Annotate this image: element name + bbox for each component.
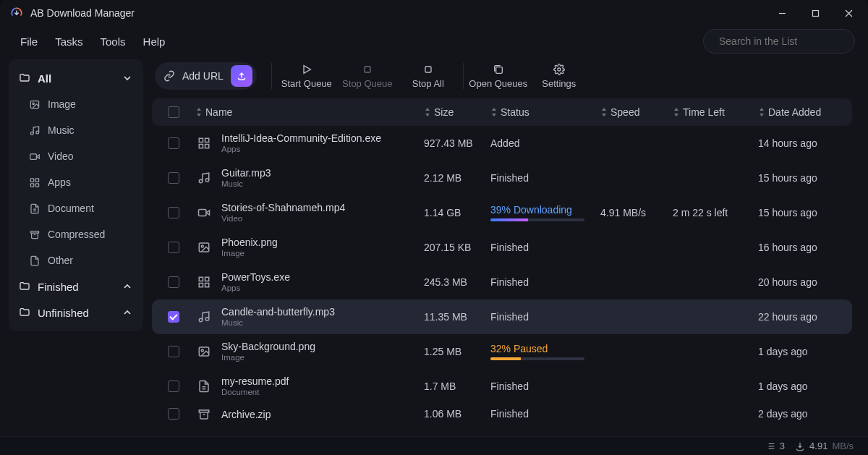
row-checkbox[interactable] — [168, 207, 179, 218]
table-row[interactable]: Guitar.mp3Music 2.12 MB Finished 15 hour… — [152, 161, 852, 195]
menu-tasks[interactable]: Tasks — [48, 33, 90, 51]
svg-rect-6 — [30, 153, 37, 159]
search-box[interactable] — [703, 29, 855, 54]
app-title: AB Download Manager — [30, 7, 135, 19]
sidebar-item-document[interactable]: Document — [9, 195, 143, 221]
app-logo-icon — [10, 7, 23, 20]
sidebar-label: Video — [48, 150, 74, 162]
table-header: Name Size Status Speed Time Left Date Ad… — [152, 98, 852, 126]
svg-point-3 — [33, 103, 35, 105]
sidebar-item-music[interactable]: Music — [9, 117, 143, 143]
table-row[interactable]: Phoenix.pngImage 207.15 KB Finished 16 h… — [152, 230, 852, 265]
sidebar-label: Unfinished — [38, 307, 89, 319]
column-header-dateadded[interactable]: Date Added — [758, 106, 845, 118]
svg-rect-12 — [365, 67, 370, 72]
row-checkbox[interactable] — [168, 380, 179, 392]
sort-icon — [195, 107, 203, 117]
table-row[interactable]: Stories-of-Shahnameh.mp4Video 1.14 GB 39… — [152, 195, 852, 230]
sidebar-item-compressed[interactable]: Compressed — [9, 221, 143, 247]
document-icon — [29, 203, 41, 214]
archive-icon — [195, 408, 213, 421]
add-url-button[interactable]: Add URL — [155, 62, 257, 90]
sidebar-label: Other — [48, 255, 73, 266]
svg-rect-33 — [199, 410, 209, 412]
row-checkbox[interactable] — [168, 276, 179, 288]
download-list: IntelliJ-Idea-Community-Edition.exeApps … — [152, 126, 852, 436]
sidebar-item-apps[interactable]: Apps — [9, 169, 143, 195]
svg-point-5 — [36, 131, 39, 134]
sidebar-item-other[interactable]: Other — [9, 247, 143, 273]
status-count: 3 — [765, 441, 785, 451]
column-header-select-all[interactable] — [159, 106, 188, 118]
table-row[interactable]: Candle-and-butterfly.mp3Music 11.35 MB F… — [152, 299, 852, 334]
window-maximize-button[interactable] — [799, 0, 832, 26]
svg-point-32 — [201, 349, 203, 352]
download-icon — [795, 441, 805, 451]
add-url-label: Add URL — [182, 70, 224, 82]
column-header-status[interactable]: Status — [490, 106, 600, 118]
column-header-name[interactable]: Name — [188, 106, 424, 118]
column-header-speed[interactable]: Speed — [600, 106, 673, 118]
sidebar-item-video[interactable]: Video — [9, 143, 143, 169]
sort-icon — [673, 107, 680, 117]
status-speed: 4.91MB/s — [795, 441, 854, 451]
row-checkbox[interactable] — [168, 137, 179, 149]
table-row[interactable]: PowerToys.exeApps 245.3 MB Finished 20 h… — [152, 265, 852, 299]
menu-help[interactable]: Help — [136, 33, 173, 51]
row-checkbox[interactable] — [168, 242, 179, 253]
apps-icon — [195, 137, 213, 150]
sidebar-item-finished[interactable]: Finished — [9, 273, 143, 299]
table-row[interactable]: Archive.zip 1.06 MB Finished 2 days ago — [152, 404, 852, 427]
stop-queue-button[interactable]: Stop Queue — [337, 64, 398, 89]
svg-point-21 — [205, 179, 209, 182]
column-header-size[interactable]: Size — [424, 106, 490, 118]
table-row[interactable]: Sky-Background.pngImage 1.25 MB 32% Paus… — [152, 334, 852, 369]
toolbar: Add URL Start Queue Stop Queue Stop All — [152, 56, 859, 95]
open-queues-button[interactable]: Open Queues — [468, 64, 529, 89]
svg-rect-19 — [205, 145, 209, 148]
chevron-down-icon — [122, 72, 133, 84]
svg-point-15 — [558, 68, 561, 71]
start-queue-button[interactable]: Start Queue — [276, 64, 337, 89]
apps-icon — [195, 276, 213, 289]
statusbar: 3 4.91MB/s — [0, 436, 868, 455]
menu-file[interactable]: File — [13, 33, 45, 51]
svg-rect-8 — [35, 178, 38, 181]
svg-rect-13 — [425, 67, 431, 72]
sidebar-item-unfinished[interactable]: Unfinished — [9, 299, 143, 326]
folder-icon — [19, 307, 30, 318]
music-icon — [29, 125, 41, 136]
sort-icon — [600, 107, 608, 117]
settings-button[interactable]: Settings — [529, 64, 590, 89]
svg-rect-25 — [199, 277, 203, 281]
window-close-button[interactable] — [832, 0, 865, 26]
svg-rect-27 — [199, 284, 203, 287]
stop-all-button[interactable]: Stop All — [398, 64, 459, 89]
sidebar-item-all[interactable]: All — [9, 65, 143, 91]
svg-rect-17 — [205, 138, 209, 142]
row-checkbox[interactable] — [168, 408, 179, 420]
chevron-up-icon — [122, 307, 133, 318]
sidebar: All Image Music Video Apps — [9, 56, 143, 436]
column-header-timeleft[interactable]: Time Left — [673, 106, 758, 118]
file-icon — [29, 255, 41, 266]
toolbar-label: Stop Queue — [342, 78, 392, 89]
row-checkbox[interactable] — [168, 346, 179, 357]
document-icon — [195, 380, 213, 393]
sidebar-item-image[interactable]: Image — [9, 91, 143, 117]
table-row[interactable]: IntelliJ-Idea-Community-Edition.exeApps … — [152, 126, 852, 161]
play-icon — [301, 64, 312, 75]
search-input[interactable] — [719, 35, 846, 47]
chevron-up-icon — [122, 281, 133, 292]
window-minimize-button[interactable] — [765, 0, 799, 26]
row-checkbox[interactable] — [168, 172, 179, 184]
video-icon — [195, 206, 213, 219]
sidebar-label: Image — [48, 98, 76, 110]
toolbar-label: Stop All — [412, 78, 444, 89]
table-row[interactable]: my-resume.pdfDocument 1.7 MB Finished 1 … — [152, 369, 852, 404]
row-checkbox[interactable] — [168, 311, 179, 323]
menu-tools[interactable]: Tools — [93, 33, 133, 51]
toolbar-label: Settings — [542, 78, 576, 89]
toolbar-label: Open Queues — [469, 78, 527, 89]
svg-point-4 — [30, 132, 33, 135]
